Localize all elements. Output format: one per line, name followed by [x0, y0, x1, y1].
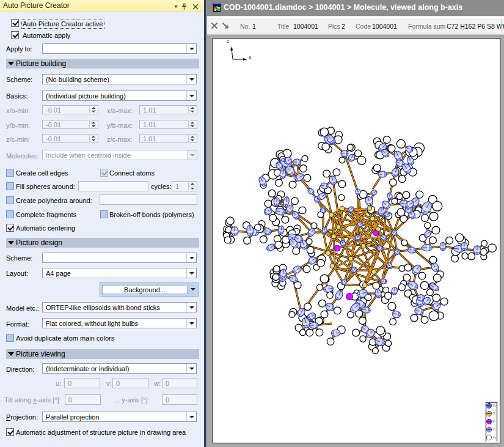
svg-text:S: S: [493, 412, 496, 416]
svg-text:P: P: [493, 419, 496, 424]
svg-text:W: W: [493, 404, 497, 408]
svg-text:C: C: [493, 427, 496, 432]
svg-text:a: a: [249, 54, 252, 60]
svg-text:c: c: [227, 39, 230, 44]
svg-text:H: H: [493, 435, 496, 440]
